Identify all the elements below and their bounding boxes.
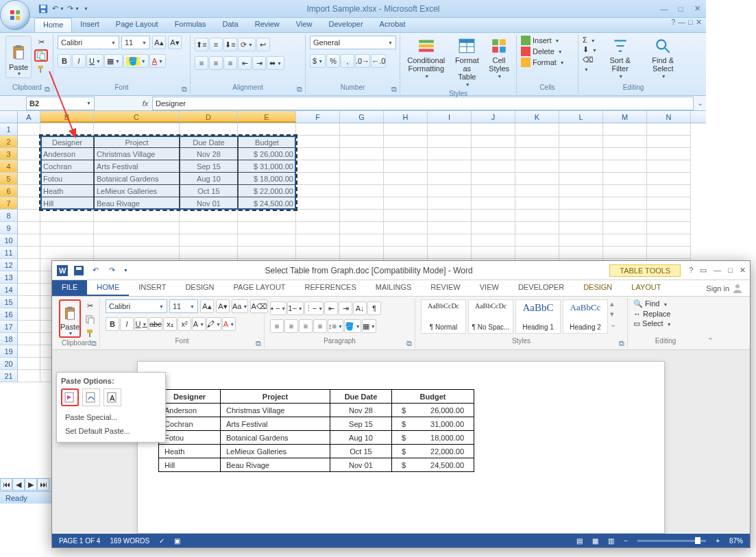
grow-font-icon[interactable]: A▴ xyxy=(200,299,214,313)
border-button[interactable]: ▦▼ xyxy=(104,54,123,68)
underline-button[interactable]: U▼ xyxy=(134,317,148,331)
name-box[interactable]: B2▼ xyxy=(26,97,95,110)
tab-mailings[interactable]: MAILINGS xyxy=(366,280,422,296)
sort-filter-button[interactable]: Sort & Filter▼ xyxy=(601,36,639,81)
row-header-21[interactable]: 21 xyxy=(0,370,18,382)
tab-view[interactable]: VIEW xyxy=(470,280,509,296)
clipboard-launcher-icon[interactable]: ⧉ xyxy=(43,85,51,93)
row-header-16[interactable]: 16 xyxy=(0,308,18,321)
undo-icon[interactable]: ↶ xyxy=(89,264,101,277)
tab-home[interactable]: HOME xyxy=(87,280,129,296)
paste-text-only-icon[interactable]: A xyxy=(103,388,121,406)
tab-developer[interactable]: DEVELOPER xyxy=(509,280,574,296)
tab-design[interactable]: DESIGN xyxy=(175,280,223,296)
cut-icon[interactable]: ✂ xyxy=(34,36,48,48)
increase-decimal-icon[interactable]: .0→ xyxy=(355,54,370,68)
tab-table-layout[interactable]: LAYOUT xyxy=(622,280,670,296)
find-button[interactable]: 🔍 Find ▼ xyxy=(633,299,668,308)
row-header-12[interactable]: 12 xyxy=(0,259,18,271)
fill-icon[interactable]: ⬇ ▼ xyxy=(583,45,598,54)
alignment-launcher-icon[interactable]: ⧉ xyxy=(295,85,304,93)
format-painter-icon[interactable] xyxy=(83,327,97,339)
help-icon[interactable]: ? xyxy=(689,266,693,275)
align-bottom-icon[interactable]: ⬇≡ xyxy=(223,38,237,51)
minimize-button[interactable]: — xyxy=(714,266,721,275)
row-header-15[interactable]: 15 xyxy=(0,296,18,308)
data-table[interactable]: DesignerProjectDue DateBudgetAndersonChr… xyxy=(158,389,474,472)
col-header-F[interactable]: F xyxy=(296,111,340,123)
paste-button[interactable]: Paste ▼ xyxy=(5,36,32,78)
strike-icon[interactable]: abc xyxy=(149,317,162,331)
font-launcher-icon[interactable]: ⧉ xyxy=(180,85,188,93)
font-launcher-icon[interactable]: ⧉ xyxy=(254,339,263,347)
save-icon[interactable] xyxy=(73,264,85,277)
bold-button[interactable]: B xyxy=(106,317,119,331)
replace-button[interactable]: ↔ Replace xyxy=(633,310,670,318)
copy-icon[interactable] xyxy=(83,313,97,325)
format-as-table-button[interactable]: Format as Table▼ xyxy=(451,36,483,89)
highlight-icon[interactable]: 🖍▼ xyxy=(206,317,221,331)
grow-font-icon[interactable]: A▴ xyxy=(152,36,166,49)
row-header-18[interactable]: 18 xyxy=(0,333,18,345)
col-header-C[interactable]: C xyxy=(94,111,180,123)
col-header-G[interactable]: G xyxy=(340,111,384,123)
style--no-spac-[interactable]: AaBbCcDc¶ No Spac... xyxy=(468,299,513,334)
row-header-10[interactable]: 10 xyxy=(0,234,18,247)
col-header-B[interactable]: B xyxy=(40,111,94,123)
row-header-7[interactable]: 7 xyxy=(0,197,18,210)
line-spacing-icon[interactable]: ↕≡▼ xyxy=(328,319,343,333)
row-header-3[interactable]: 3 xyxy=(0,148,18,160)
formula-expand-icon[interactable]: ⌄ xyxy=(694,99,706,108)
style-heading-1[interactable]: AaBbCHeading 1 xyxy=(515,299,561,334)
ribbon-options-icon[interactable]: ▭ xyxy=(700,266,707,275)
style-heading-2[interactable]: AaBbCcHeading 2 xyxy=(563,299,608,334)
tab-insert[interactable]: INSERT xyxy=(129,280,175,296)
redo-icon[interactable]: ↷ xyxy=(106,264,118,277)
next-sheet-icon[interactable]: ▶ xyxy=(25,478,37,491)
superscript-icon[interactable]: x² xyxy=(178,317,191,331)
shading-icon[interactable]: 🪣▼ xyxy=(344,319,361,333)
word-paste-button[interactable]: Paste▼ xyxy=(59,299,81,338)
insert-cells-button[interactable]: Insert▼ xyxy=(521,36,559,45)
comma-icon[interactable]: , xyxy=(341,54,354,68)
help-icon[interactable]: ? xyxy=(671,18,675,32)
row-header-9[interactable]: 9 xyxy=(0,222,18,234)
tab-file[interactable]: FILE xyxy=(52,280,87,296)
fx-icon[interactable]: fx xyxy=(138,99,152,108)
row-header-14[interactable]: 14 xyxy=(0,284,18,296)
qat-customize-icon[interactable]: ▼ xyxy=(84,6,88,11)
col-header-L[interactable]: L xyxy=(559,111,603,123)
font-size-combo[interactable]: 11▼ xyxy=(169,299,198,313)
col-header-E[interactable]: E xyxy=(238,111,296,123)
row-header-20[interactable]: 20 xyxy=(0,358,18,370)
save-icon[interactable] xyxy=(37,3,49,15)
shrink-font-icon[interactable]: A▾ xyxy=(216,299,230,313)
word-count[interactable]: 169 WORDS xyxy=(110,537,149,545)
macro-icon[interactable]: ▣ xyxy=(174,537,180,545)
shrink-font-icon[interactable]: A▾ xyxy=(168,36,182,49)
wrap-text-icon[interactable]: ↩ xyxy=(256,38,270,51)
col-header-K[interactable]: K xyxy=(515,111,559,123)
align-right-icon[interactable]: ≡ xyxy=(223,56,237,70)
delete-cells-button[interactable]: Delete▼ xyxy=(521,47,563,56)
borders-icon[interactable]: ▦▼ xyxy=(362,319,376,333)
close-button[interactable]: ✕ xyxy=(691,3,703,14)
row-header-13[interactable]: 13 xyxy=(0,271,18,284)
tab-home[interactable]: Home xyxy=(34,18,72,32)
col-header-D[interactable]: D xyxy=(180,111,238,123)
paragraph-launcher-icon[interactable]: ⧉ xyxy=(405,339,413,347)
tab-references[interactable]: REFERENCES xyxy=(295,280,366,296)
fill-color-button[interactable]: 🪣▼ xyxy=(123,54,149,68)
style--normal[interactable]: AaBbCcDc¶ Normal xyxy=(421,299,466,334)
tab-acrobat[interactable]: Acrobat xyxy=(371,18,414,32)
font-color-button[interactable]: A▼ xyxy=(149,54,166,68)
cut-icon[interactable]: ✂ xyxy=(83,299,97,312)
office-button[interactable] xyxy=(0,0,30,30)
web-layout-icon[interactable]: ▥ xyxy=(608,537,614,545)
set-default-paste-item[interactable]: Set Default Paste... xyxy=(61,424,161,438)
underline-button[interactable]: U▼ xyxy=(86,54,103,68)
styles-launcher-icon[interactable]: ⧉ xyxy=(618,339,626,347)
sign-in-link[interactable]: Sign in xyxy=(699,280,750,296)
align-left-icon[interactable]: ≡ xyxy=(270,319,284,333)
prev-sheet-icon[interactable]: ◀ xyxy=(12,478,25,491)
